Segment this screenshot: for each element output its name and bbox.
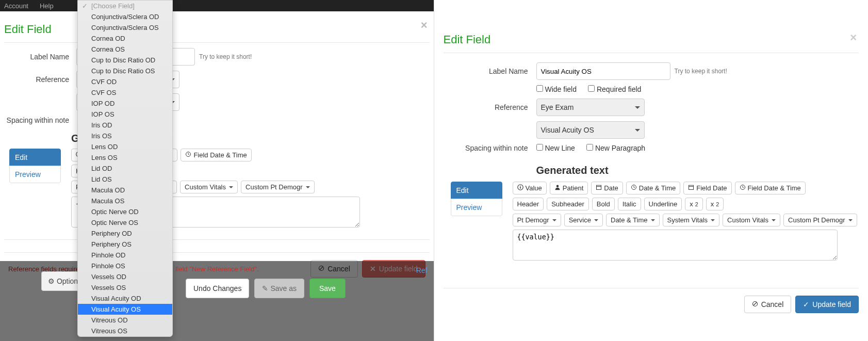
check-icon: ✓ — [803, 300, 809, 308]
tab-preview[interactable]: Preview — [9, 166, 61, 183]
svg-rect-14 — [597, 185, 601, 189]
generated-text-input[interactable] — [513, 230, 838, 261]
pill-subscript[interactable]: x2 — [685, 198, 703, 210]
gear-icon: ⚙ — [48, 277, 55, 285]
tab-edit[interactable]: Edit — [9, 149, 61, 166]
save-button[interactable]: Save — [309, 279, 346, 298]
calendar-icon — [596, 184, 602, 192]
pill-superscript[interactable]: x2 — [706, 198, 724, 210]
undo-changes-button[interactable]: Undo Changes — [186, 279, 249, 298]
pill-custom-vitals[interactable]: Custom Vitals — [180, 181, 238, 193]
pill-field-date-time[interactable]: Field Date & Time — [181, 149, 251, 161]
pill-value[interactable]: Value — [513, 182, 547, 194]
dropdown-item[interactable]: Cornea OS — [78, 44, 172, 55]
dropdown-item[interactable]: Conjunctiva/Sclera OS — [78, 22, 172, 33]
update-field-button[interactable]: ✓Update field — [795, 296, 859, 313]
pill-service[interactable]: Service — [564, 214, 603, 226]
label-name-lbl: Label Name — [4, 53, 76, 61]
label-name-lbl: Label Name — [444, 67, 536, 75]
clock-icon — [185, 151, 191, 159]
dropdown-item[interactable]: Iris OD — [78, 120, 172, 131]
dropdown-item[interactable]: Cup to Disc Ratio OD — [78, 55, 172, 66]
pill-pt-demogr[interactable]: Pt Demogr — [513, 214, 561, 226]
pill-bold[interactable]: Bold — [592, 198, 615, 210]
dropdown-item[interactable]: Periphery OD — [78, 228, 172, 239]
newline-checkbox[interactable]: New Line — [536, 144, 575, 152]
ref-link[interactable]: Ref — [416, 266, 428, 274]
dropdown-item[interactable]: Vitreous OD — [78, 315, 172, 326]
dropdown-item[interactable]: Optic Nerve OD — [78, 206, 172, 217]
label-name-input[interactable] — [536, 62, 670, 80]
pill-date-time[interactable]: Date & Time — [626, 182, 681, 194]
svg-line-23 — [743, 187, 744, 188]
cancel-button[interactable]: Cancel — [744, 296, 792, 313]
pill-subheader[interactable]: Subheader — [547, 198, 589, 210]
dropdown-item[interactable]: Iris OS — [78, 131, 172, 141]
dropdown-item[interactable]: Cup to Disc Ratio OS — [78, 66, 172, 76]
generated-heading: Generated text — [444, 157, 859, 182]
nav-help[interactable]: Help — [40, 2, 54, 10]
pill-custom-vitals[interactable]: Custom Vitals — [723, 214, 780, 226]
reference-lbl: Reference — [444, 103, 536, 111]
ref-field-text: field "New Reference Field". — [175, 265, 259, 273]
dropdown-item[interactable]: Vessels OS — [78, 282, 172, 293]
nav-account[interactable]: Account — [4, 2, 28, 10]
pill-custom-pt-demogr[interactable]: Custom Pt Demogr — [241, 181, 315, 193]
topbar: Account Help — [0, 0, 434, 11]
pill-system-vitals[interactable]: System Vitals — [663, 214, 720, 226]
modal-title: Edit Field — [4, 17, 430, 40]
dropdown-item[interactable]: Lid OS — [78, 174, 172, 185]
dropdown-item[interactable]: Lens OS — [78, 152, 172, 163]
pill-header[interactable]: Header — [513, 198, 544, 210]
dropdown-item[interactable]: Optic Nerve OS — [78, 217, 172, 228]
pill-field-date[interactable]: Field Date — [683, 182, 731, 194]
dropdown-item[interactable]: Pinhole OS — [78, 261, 172, 271]
dropdown-item[interactable]: Lid OD — [78, 163, 172, 174]
dropdown-item[interactable]: CVF OD — [78, 76, 172, 87]
pill-date-time-menu[interactable]: Date & Time — [606, 214, 660, 226]
pill-custom-pt-demogr[interactable]: Custom Pt Demogr — [783, 214, 857, 226]
required-field-checkbox[interactable]: Required field — [588, 85, 641, 93]
save-as-button[interactable]: ✎Save as — [254, 279, 304, 298]
dropdown-placeholder[interactable]: [Choose Field] — [78, 1, 172, 11]
dropdown-item[interactable]: Vessels OD — [78, 271, 172, 282]
pill-patient[interactable]: Patient — [550, 182, 588, 194]
divider — [4, 42, 430, 43]
dropdown-item[interactable]: Cornea OD — [78, 33, 172, 44]
svg-rect-19 — [689, 185, 694, 189]
reference-select-2[interactable]: Visual Acuity OS — [536, 121, 645, 139]
info-icon — [517, 184, 523, 192]
close-icon[interactable]: × — [850, 31, 857, 44]
dropdown-item[interactable]: Conjunctiva/Sclera OD — [78, 11, 172, 22]
tab-edit[interactable]: Edit — [451, 182, 502, 199]
close-icon[interactable]: × — [421, 19, 428, 32]
dropdown-item[interactable]: Periphery OS — [78, 239, 172, 250]
dropdown-item[interactable]: Vitreous OS — [78, 326, 172, 336]
pill-italic[interactable]: Italic — [618, 198, 641, 210]
dropdown-item[interactable]: IOP OD — [78, 98, 172, 109]
label-name-hint: Try to keep it short! — [675, 68, 727, 75]
dropdown-item[interactable]: Visual Acuity OD — [78, 293, 172, 304]
dropdown-item[interactable]: IOP OS — [78, 109, 172, 120]
pill-underline[interactable]: Underline — [644, 198, 682, 210]
divider — [4, 239, 430, 240]
clock-icon — [740, 184, 746, 192]
divider — [444, 53, 859, 53]
field-dropdown[interactable]: [Choose Field]Conjunctiva/Sclera ODConju… — [77, 0, 173, 337]
reference-lbl: Reference — [4, 75, 76, 84]
wide-field-checkbox[interactable]: Wide field — [536, 85, 577, 93]
tab-preview[interactable]: Preview — [451, 199, 502, 216]
newparagraph-checkbox[interactable]: New Paragraph — [586, 144, 645, 152]
dropdown-item[interactable]: Lens OD — [78, 141, 172, 152]
pill-field-date-time[interactable]: Field Date & Time — [735, 182, 806, 194]
dropdown-item[interactable]: Macula OS — [78, 196, 172, 206]
dropdown-item[interactable]: CVF OS — [78, 87, 172, 98]
dropdown-item[interactable]: Pinhole OD — [78, 250, 172, 261]
spacing-lbl: Spacing within note — [444, 144, 536, 152]
svg-line-7 — [188, 154, 189, 155]
pill-date[interactable]: Date — [591, 182, 623, 194]
dropdown-item[interactable]: Visual Acuity OS — [78, 304, 172, 315]
dropdown-item[interactable]: Macula OD — [78, 185, 172, 196]
reference-select-1[interactable]: Eye Exam — [536, 99, 645, 116]
svg-rect-11 — [520, 187, 521, 189]
